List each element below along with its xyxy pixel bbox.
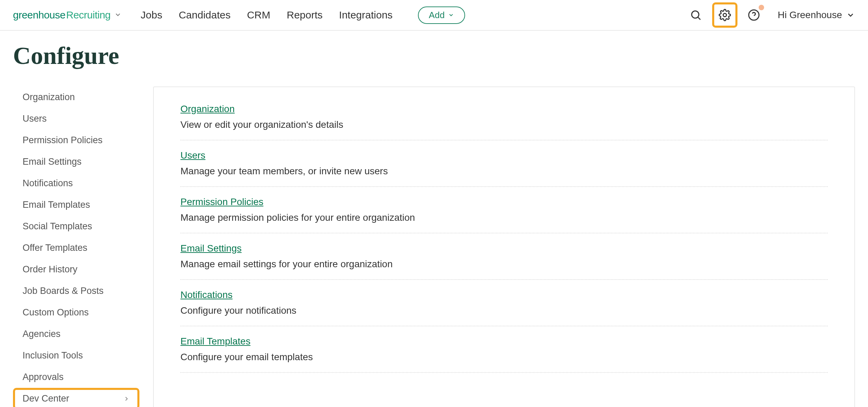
chevron-down-icon (846, 11, 855, 19)
section-link[interactable]: Notifications (180, 289, 233, 300)
sidebar-item-inclusion-tools[interactable]: Inclusion Tools (13, 345, 139, 366)
primary-nav: Jobs Candidates CRM Reports Integrations (141, 9, 393, 21)
logo-text-1: greenhouse (13, 9, 65, 21)
sidebar-item-notifications[interactable]: Notifications (13, 173, 139, 194)
chevron-down-icon[interactable] (114, 11, 122, 18)
sidebar-item-permission-policies[interactable]: Permission Policies (13, 130, 139, 151)
section-desc: Configure your email templates (180, 352, 828, 363)
sidebar-item-label: Job Boards & Posts (23, 286, 104, 296)
section-organization: OrganizationView or edit your organizati… (180, 104, 828, 140)
search-button[interactable] (686, 5, 705, 25)
logo-text-2: Recruiting (66, 9, 110, 21)
sidebar-item-label: Social Templates (23, 221, 92, 232)
sidebar-item-offer-templates[interactable]: Offer Templates (13, 237, 139, 259)
section-desc: Manage email settings for your entire or… (180, 259, 828, 270)
sidebar-item-custom-options[interactable]: Custom Options (13, 302, 139, 323)
nav-integrations[interactable]: Integrations (339, 9, 393, 21)
section-email-templates: Email TemplatesConfigure your email temp… (180, 326, 828, 373)
section-link[interactable]: Email Templates (180, 336, 250, 347)
sidebar-item-label: Dev Center (23, 393, 69, 404)
section-desc: Manage permission policies for your enti… (180, 212, 828, 223)
main-panel: OrganizationView or edit your organizati… (153, 86, 855, 407)
top-nav: greenhouse Recruiting Jobs Candidates CR… (0, 0, 868, 31)
sidebar-item-approvals[interactable]: Approvals (13, 366, 139, 388)
help-button[interactable] (744, 5, 763, 25)
sidebar-item-label: Email Settings (23, 157, 82, 167)
section-permission-policies: Permission PoliciesManage permission pol… (180, 187, 828, 233)
section-link[interactable]: Organization (180, 104, 235, 114)
sidebar-item-job-boards-posts[interactable]: Job Boards & Posts (13, 280, 139, 302)
svg-point-0 (692, 11, 699, 18)
svg-line-1 (698, 17, 700, 20)
sidebar-item-organization[interactable]: Organization (13, 86, 139, 108)
sidebar-item-label: Inclusion Tools (23, 350, 83, 361)
sidebar-item-label: Notifications (23, 178, 73, 189)
user-menu[interactable]: Hi Greenhouse (778, 10, 855, 21)
nav-jobs[interactable]: Jobs (141, 9, 162, 21)
chevron-right-icon (123, 395, 130, 402)
sidebar-item-label: Users (23, 113, 47, 124)
sidebar-item-dev-center[interactable]: Dev Center (13, 388, 139, 407)
content-wrap: OrganizationUsersPermission PoliciesEmai… (0, 73, 868, 407)
notification-dot-icon (759, 5, 764, 10)
sidebar-item-label: Custom Options (23, 307, 89, 318)
section-notifications: NotificationsConfigure your notification… (180, 280, 828, 326)
search-icon (690, 9, 702, 21)
sidebar-item-social-templates[interactable]: Social Templates (13, 216, 139, 237)
sidebar-item-order-history[interactable]: Order History (13, 259, 139, 280)
sidebar-item-email-settings[interactable]: Email Settings (13, 151, 139, 173)
sidebar-item-email-templates[interactable]: Email Templates (13, 194, 139, 216)
app-logo[interactable]: greenhouse Recruiting (13, 9, 122, 21)
add-button[interactable]: Add (418, 6, 465, 24)
chevron-down-icon (448, 12, 454, 18)
nav-candidates[interactable]: Candidates (179, 9, 231, 21)
gear-icon (719, 9, 731, 21)
section-email-settings: Email SettingsManage email settings for … (180, 233, 828, 280)
settings-button[interactable] (712, 2, 737, 28)
section-desc: Configure your notifications (180, 305, 828, 316)
sidebar-item-label: Email Templates (23, 200, 90, 210)
section-users: UsersManage your team members, or invite… (180, 140, 828, 187)
svg-point-2 (723, 13, 727, 17)
nav-reports[interactable]: Reports (287, 9, 323, 21)
section-desc: Manage your team members, or invite new … (180, 166, 828, 177)
sidebar: OrganizationUsersPermission PoliciesEmai… (13, 86, 139, 407)
sidebar-item-label: Permission Policies (23, 135, 103, 146)
section-link[interactable]: Permission Policies (180, 196, 263, 207)
user-greeting: Hi Greenhouse (778, 10, 842, 21)
nav-crm[interactable]: CRM (247, 9, 270, 21)
page-title: Configure (0, 31, 868, 73)
help-icon (748, 9, 760, 21)
sidebar-item-label: Offer Templates (23, 243, 87, 253)
sidebar-item-label: Organization (23, 92, 75, 103)
add-button-label: Add (429, 10, 445, 21)
sidebar-item-label: Agencies (23, 329, 60, 339)
section-link[interactable]: Email Settings (180, 243, 242, 254)
sidebar-item-label: Order History (23, 264, 78, 275)
section-desc: View or edit your organization's details (180, 119, 828, 130)
sidebar-item-users[interactable]: Users (13, 108, 139, 130)
sidebar-item-agencies[interactable]: Agencies (13, 323, 139, 345)
sidebar-item-label: Approvals (23, 372, 64, 382)
section-link[interactable]: Users (180, 150, 205, 161)
